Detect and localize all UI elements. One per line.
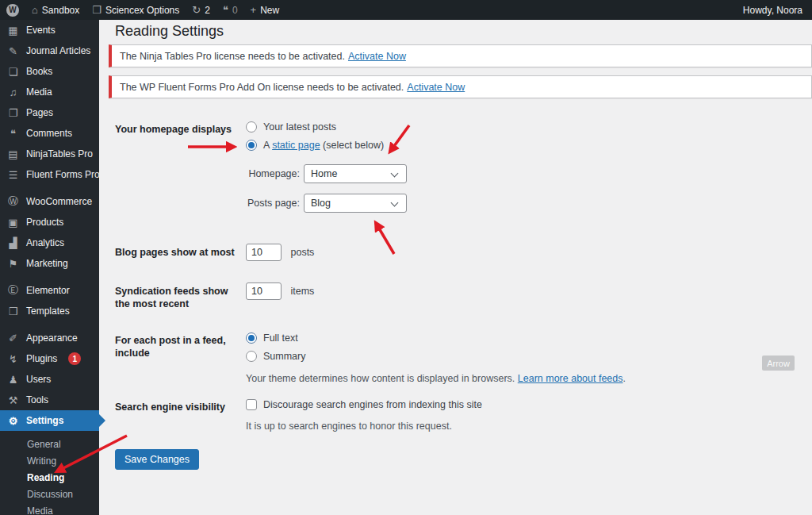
admin-bar: W ⌂ Sandbox ❒ Sciencex Options ↻ 2 ❝ 0 +…	[0, 0, 812, 20]
user-icon: ♟	[7, 374, 19, 386]
submenu-item-media[interactable]: Media	[0, 502, 99, 515]
items-unit-label: items	[290, 286, 314, 297]
posts-page-select-label: Posts page:	[246, 198, 300, 209]
sidebar-item-tools[interactable]: ⚒ Tools	[0, 390, 99, 410]
feed-items-input[interactable]	[246, 282, 282, 300]
submenu-item-reading[interactable]: Reading	[0, 469, 99, 486]
full-text-radio[interactable]	[246, 332, 257, 344]
plus-icon: +	[251, 5, 257, 15]
howdy-account-link[interactable]: Howdy, Noora	[743, 5, 812, 16]
admin-bar-site-name[interactable]: ⌂ Sandbox	[25, 0, 86, 20]
feed-content-row: For each post in a feed, include Full te…	[115, 332, 626, 384]
tools-icon: ⚒	[7, 394, 19, 406]
page-title: Reading Settings	[115, 23, 224, 40]
sidebar-item-pages[interactable]: ❐ Pages	[0, 102, 99, 123]
sidebar-item-settings[interactable]: ⚙ Settings	[0, 410, 99, 431]
sidebar-item-label: Settings	[26, 415, 63, 426]
posts-page-select[interactable]: Blog	[304, 194, 407, 213]
sidebar-item-comments[interactable]: ❝ Comments	[0, 123, 99, 144]
calendar-icon: ▦	[7, 25, 19, 37]
sidebar-item-users[interactable]: ♟ Users	[0, 369, 99, 390]
sidebar-item-label: Products	[26, 217, 63, 228]
form-lines-icon: ☰	[7, 169, 19, 181]
folder-icon: ❒	[92, 5, 102, 15]
pages-icon: ❐	[7, 107, 19, 119]
sidebar-item-label: Templates	[26, 306, 70, 317]
admin-bar-comments[interactable]: ❝ 0	[216, 0, 244, 20]
summary-option[interactable]: Summary	[246, 350, 626, 362]
sidebar-item-appearance[interactable]: ✐ Appearance	[0, 328, 99, 348]
updates-count: 2	[205, 5, 210, 16]
sidebar-item-label: Analytics	[26, 237, 64, 248]
sidebar-item-label: Events	[26, 25, 56, 36]
sidebar-item-label: Fluent Forms Pro	[26, 169, 100, 180]
admin-bar-org-menu[interactable]: ❒ Sciencex Options	[86, 0, 186, 20]
sidebar-item-label: Media	[26, 86, 52, 98]
folder-icon: ❒	[7, 306, 19, 317]
blog-pages-row: Blog pages show at most posts	[115, 244, 314, 261]
submenu-item-writing[interactable]: Writing	[0, 452, 99, 469]
full-text-option[interactable]: Full text	[246, 332, 626, 344]
sidebar-item-label: Pages	[26, 107, 53, 118]
posts-unit-label: posts	[290, 247, 314, 258]
sidebar-item-label: Journal Articles	[26, 45, 90, 56]
org-name-label: Sciencex Options	[105, 5, 179, 16]
comments-count: 0	[232, 5, 238, 16]
settings-content: Reading Settings The Ninja Tables Pro li…	[99, 20, 812, 515]
submenu-item-general[interactable]: General	[0, 436, 99, 452]
sidebar-item-fluent-forms-pro[interactable]: ☰ Fluent Forms Pro	[0, 164, 99, 185]
learn-more-feeds-link[interactable]: Learn more about feeds	[518, 373, 623, 384]
sidebar-item-media[interactable]: ♫ Media	[0, 82, 99, 102]
row-label: Syndication feeds show the most recent	[115, 282, 242, 310]
book-icon: ❏	[7, 66, 19, 78]
summary-radio[interactable]	[246, 351, 257, 362]
sidebar-item-label: WooCommerce	[26, 196, 92, 207]
home-icon: ⌂	[32, 5, 38, 15]
notice-message: The Ninja Tables Pro license needs to be…	[120, 51, 345, 62]
sidebar-item-label: Marketing	[26, 258, 68, 269]
static-page-radio[interactable]	[246, 140, 257, 151]
activate-now-link[interactable]: Activate Now	[407, 82, 465, 93]
sidebar-item-woocommerce[interactable]: Ⓦ WooCommerce	[0, 191, 99, 212]
static-page-link[interactable]: static page	[272, 140, 320, 151]
activate-now-link[interactable]: Activate Now	[348, 51, 406, 62]
sidebar-item-analytics[interactable]: ▟ Analytics	[0, 233, 99, 253]
admin-sidebar: ▦ Events ✎ Journal Articles ❏ Books ♫ Me…	[0, 20, 99, 515]
sidebar-item-templates[interactable]: ❒ Templates	[0, 301, 99, 321]
sidebar-item-journal-articles[interactable]: ✎ Journal Articles	[0, 40, 99, 61]
sidebar-item-marketing[interactable]: ⚑ Marketing	[0, 253, 99, 274]
sidebar-item-plugins[interactable]: ↯ Plugins 1	[0, 348, 99, 369]
sidebar-item-events[interactable]: ▦ Events	[0, 20, 99, 40]
full-text-label: Full text	[263, 332, 298, 344]
admin-bar-new-menu[interactable]: + New	[244, 0, 286, 20]
chevron-down-icon	[391, 199, 399, 207]
posts-per-page-input[interactable]	[246, 244, 282, 261]
wp-logo-menu[interactable]: W	[0, 0, 25, 20]
summary-label: Summary	[263, 351, 305, 362]
discourage-indexing-checkbox[interactable]	[246, 399, 257, 410]
row-label: Search engine visibility	[115, 398, 242, 413]
sidebar-item-elementor[interactable]: Ⓔ Elementor	[0, 280, 99, 301]
sidebar-item-books[interactable]: ❏ Books	[0, 61, 99, 82]
save-changes-button[interactable]: Save Changes	[115, 449, 199, 470]
latest-posts-radio[interactable]	[246, 121, 257, 133]
arrow-annotation-tool-label: Arrow	[762, 356, 795, 371]
notice-fluent-forms-license: The WP Fluent Forms Pro Add On license n…	[109, 75, 812, 98]
sidebar-item-ninjatables-pro[interactable]: ▤ NinjaTables Pro	[0, 144, 99, 164]
static-page-option[interactable]: A static page (select below)	[246, 139, 407, 151]
discourage-indexing-option[interactable]: Discourage search engines from indexing …	[246, 398, 482, 410]
wordpress-logo-icon: W	[6, 4, 19, 17]
submenu-item-discussion[interactable]: Discussion	[0, 486, 99, 502]
row-label: For each post in a feed, include	[115, 332, 242, 359]
feed-help-text: Your theme determines how content is dis…	[246, 373, 626, 384]
latest-posts-option[interactable]: Your latest posts	[246, 121, 407, 133]
comment-bubble-icon: ❝	[7, 128, 19, 140]
notice-message: The WP Fluent Forms Pro Add On license n…	[120, 82, 404, 93]
sidebar-item-label: Comments	[26, 128, 72, 139]
sidebar-item-products[interactable]: ▣ Products	[0, 212, 99, 233]
search-visibility-row: Search engine visibility Discourage sear…	[115, 398, 482, 432]
discourage-indexing-label: Discourage search engines from indexing …	[263, 399, 482, 410]
admin-bar-updates[interactable]: ↻ 2	[186, 0, 216, 20]
homepage-displays-row: Your homepage displays Your latest posts…	[115, 121, 407, 213]
homepage-select[interactable]: Home	[304, 164, 407, 183]
